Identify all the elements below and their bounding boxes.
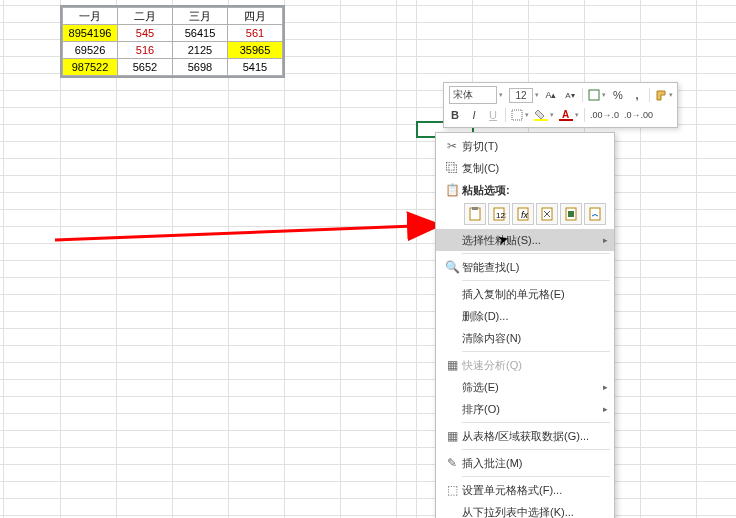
menu-paste-special[interactable]: 选择性粘贴(S)... ▸ ➤ xyxy=(436,229,614,251)
accounting-format-icon[interactable] xyxy=(586,86,608,104)
font-name-dropdown[interactable]: 宋体 xyxy=(446,86,506,104)
menu-sort[interactable]: 排序(O) ▸ xyxy=(436,398,614,420)
separator xyxy=(584,108,585,122)
menu-insert-comment[interactable]: ✎ 插入批注(M) xyxy=(436,452,614,474)
cell[interactable]: 56415 xyxy=(173,25,228,42)
menu-quick-analysis: ▦ 快速分析(Q) xyxy=(436,354,614,376)
italic-icon[interactable]: I xyxy=(465,106,483,124)
format-painter-icon[interactable] xyxy=(653,86,675,104)
percent-format-icon[interactable]: % xyxy=(609,86,627,104)
col-header[interactable]: 一月 xyxy=(63,8,118,25)
chevron-right-icon: ▸ xyxy=(603,382,608,392)
separator xyxy=(462,280,610,281)
svg-rect-3 xyxy=(512,110,522,120)
menu-get-data-from-range[interactable]: ▦ 从表格/区域获取数据(G)... xyxy=(436,425,614,447)
cell[interactable]: 2125 xyxy=(173,42,228,59)
search-icon: 🔍 xyxy=(442,260,462,274)
comment-icon: ✎ xyxy=(442,456,462,470)
paste-transpose-icon[interactable] xyxy=(536,203,558,225)
font-size-dropdown[interactable]: 12 xyxy=(507,86,541,104)
table-icon: ▦ xyxy=(442,429,462,443)
chevron-right-icon: ▸ xyxy=(603,404,608,414)
table-row: 987522 5652 5698 5415 xyxy=(63,59,283,76)
scissors-icon: ✂ xyxy=(442,139,462,153)
data-table[interactable]: 一月 二月 三月 四月 8954196 545 56415 561 69526 … xyxy=(60,5,285,78)
quick-analysis-icon: ▦ xyxy=(442,358,462,372)
border-icon[interactable] xyxy=(509,106,531,124)
menu-pick-dropdown[interactable]: 从下拉列表中选择(K)... xyxy=(436,501,614,518)
cell[interactable]: 69526 xyxy=(63,42,118,59)
font-color-icon[interactable]: A xyxy=(557,106,581,124)
paste-all-icon[interactable] xyxy=(464,203,486,225)
cell[interactable]: 987522 xyxy=(63,59,118,76)
separator xyxy=(462,422,610,423)
paste-link-icon[interactable] xyxy=(584,203,606,225)
table-row: 69526 516 2125 35965 xyxy=(63,42,283,59)
cell[interactable]: 5698 xyxy=(173,59,228,76)
svg-rect-4 xyxy=(534,119,548,121)
mini-toolbar: 宋体 12 A▴ A▾ % , B I U A .00→.0 .0→.00 xyxy=(443,82,678,128)
svg-text:123: 123 xyxy=(496,211,506,220)
table-row: 8954196 545 56415 561 xyxy=(63,25,283,42)
menu-format-cells[interactable]: ⬚ 设置单元格格式(F)... xyxy=(436,479,614,501)
separator xyxy=(582,88,583,102)
paste-options-row: 123 fx xyxy=(436,201,614,229)
col-header[interactable]: 四月 xyxy=(228,8,283,25)
separator xyxy=(462,253,610,254)
svg-text:A: A xyxy=(562,109,569,120)
cell[interactable]: 8954196 xyxy=(63,25,118,42)
cell[interactable]: 5415 xyxy=(228,59,283,76)
separator xyxy=(462,449,610,450)
increase-font-icon[interactable]: A▴ xyxy=(542,86,560,104)
fill-color-icon[interactable] xyxy=(532,106,556,124)
paste-formatting-icon[interactable] xyxy=(560,203,582,225)
menu-filter[interactable]: 筛选(E) ▸ xyxy=(436,376,614,398)
cell[interactable]: 516 xyxy=(118,42,173,59)
increase-decimal-icon[interactable]: .0→.00 xyxy=(622,106,655,124)
separator xyxy=(462,476,610,477)
copy-icon: ⿻ xyxy=(442,161,462,175)
menu-clear[interactable]: 清除内容(N) xyxy=(436,327,614,349)
decrease-font-icon[interactable]: A▾ xyxy=(561,86,579,104)
paste-formulas-icon[interactable]: fx xyxy=(512,203,534,225)
menu-copy[interactable]: ⿻ 复制(C) xyxy=(436,157,614,179)
paste-values-icon[interactable]: 123 xyxy=(488,203,510,225)
cell[interactable]: 561 xyxy=(228,25,283,42)
underline-icon[interactable]: U xyxy=(484,106,502,124)
col-header[interactable]: 三月 xyxy=(173,8,228,25)
separator xyxy=(649,88,650,102)
menu-delete[interactable]: 删除(D)... xyxy=(436,305,614,327)
menu-insert-copied-cells[interactable]: 插入复制的单元格(E) xyxy=(436,283,614,305)
col-header[interactable]: 二月 xyxy=(118,8,173,25)
separator xyxy=(505,108,506,122)
menu-paste-options-header: 📋 粘贴选项: xyxy=(436,179,614,201)
context-menu: ✂ 剪切(T) ⿻ 复制(C) 📋 粘贴选项: 123 fx 选择性粘贴(S).… xyxy=(435,132,615,518)
bold-icon[interactable]: B xyxy=(446,106,464,124)
cell[interactable]: 5652 xyxy=(118,59,173,76)
svg-rect-6 xyxy=(559,119,573,121)
clipboard-icon: 📋 xyxy=(442,183,462,197)
comma-format-icon[interactable]: , xyxy=(628,86,646,104)
decrease-decimal-icon[interactable]: .00→.0 xyxy=(588,106,621,124)
menu-smart-lookup[interactable]: 🔍 智能查找(L) xyxy=(436,256,614,278)
format-cells-icon: ⬚ xyxy=(442,483,462,497)
menu-cut[interactable]: ✂ 剪切(T) xyxy=(436,135,614,157)
separator xyxy=(462,351,610,352)
svg-text:fx: fx xyxy=(521,210,529,220)
svg-rect-15 xyxy=(568,211,574,217)
chevron-right-icon: ▸ xyxy=(603,235,608,245)
svg-rect-2 xyxy=(589,90,599,100)
cell[interactable]: 35965 xyxy=(228,42,283,59)
svg-rect-8 xyxy=(472,207,478,210)
cell[interactable]: 545 xyxy=(118,25,173,42)
